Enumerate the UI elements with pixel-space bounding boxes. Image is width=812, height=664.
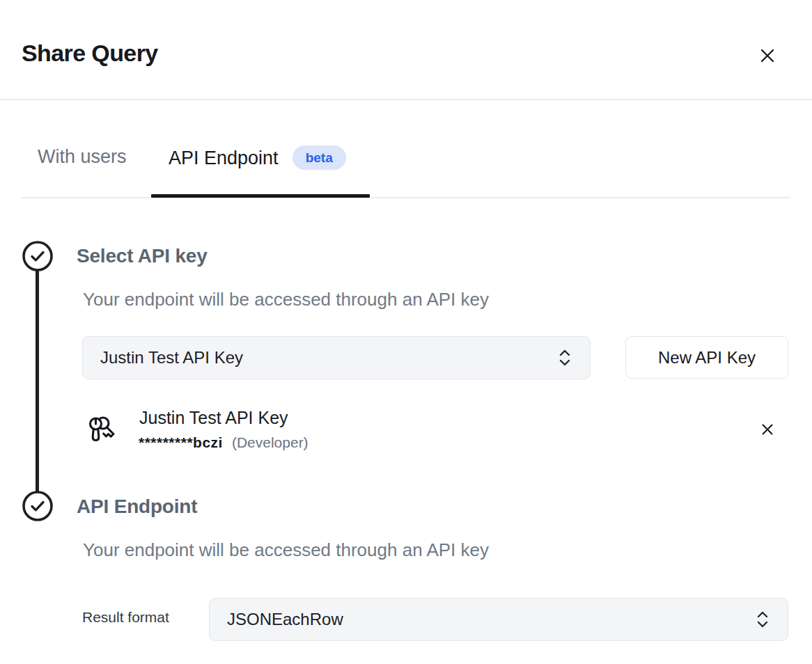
active-tab-underline (151, 194, 370, 198)
api-key-select[interactable]: Justin Test API Key (82, 336, 591, 379)
selected-key-meta: *********bczi (Developer) (139, 434, 309, 451)
result-format-label: Result format (82, 609, 169, 626)
result-format-select-value: JSONEachRow (227, 610, 343, 629)
selected-key-role: (Developer) (232, 434, 309, 451)
selected-key-name: Justin Test API Key (139, 408, 288, 428)
new-api-key-button[interactable]: New API Key (625, 336, 788, 379)
tab-api-endpoint[interactable]: API Endpoint beta (169, 145, 346, 170)
beta-badge: beta (292, 145, 346, 170)
modal-title: Share Query (22, 40, 158, 67)
tab-with-users[interactable]: With users (38, 145, 127, 168)
stepper-connector-line (36, 270, 39, 493)
chevron-updown-icon (558, 348, 572, 367)
step-1-title: Select API key (77, 245, 208, 267)
api-key-select-value: Justin Test API Key (100, 348, 243, 367)
keys-icon (85, 413, 118, 448)
share-query-modal: Share Query With users API Endpoint beta… (0, 0, 812, 664)
step-1-check-circle (22, 240, 54, 272)
tab-api-endpoint-label: API Endpoint (169, 147, 279, 169)
result-format-select[interactable]: JSONEachRow (209, 598, 788, 641)
step-2-title: API Endpoint (77, 496, 197, 518)
step-1-subtitle: Your endpoint will be accessed through a… (83, 289, 489, 310)
selected-key-masked-secret: *********bczi (139, 434, 223, 451)
remove-key-button[interactable] (756, 418, 779, 441)
step-2-check-circle (22, 490, 54, 522)
tab-with-users-label: With users (38, 146, 127, 167)
check-circle-icon (22, 240, 54, 272)
close-icon (760, 422, 774, 436)
header-divider (0, 99, 812, 100)
chevron-updown-icon (756, 610, 770, 629)
check-circle-icon (22, 490, 54, 522)
tabs-bottom-border (22, 197, 790, 198)
close-icon (758, 47, 776, 65)
step-2-subtitle: Your endpoint will be accessed through a… (83, 539, 489, 561)
close-button[interactable] (755, 43, 780, 68)
